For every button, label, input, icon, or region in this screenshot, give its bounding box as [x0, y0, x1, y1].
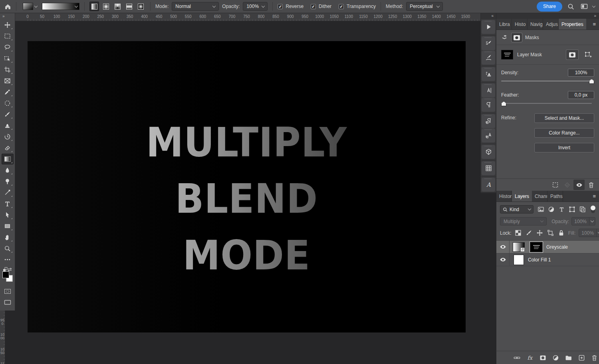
workspace-icon[interactable] — [579, 2, 589, 11]
density-value[interactable]: 100% — [568, 69, 594, 77]
feather-value[interactable]: 0,0 px — [568, 91, 594, 99]
brushes-panel-button[interactable] — [482, 51, 495, 65]
panel-menu-icon[interactable]: ≡ — [589, 191, 599, 202]
disable-mask-button[interactable] — [573, 180, 585, 190]
link-layers-button[interactable] — [512, 353, 522, 362]
gradient-tool[interactable] — [2, 154, 14, 164]
radial-gradient-style-button[interactable] — [101, 2, 111, 11]
layer-opacity-field[interactable]: 100% — [571, 217, 595, 226]
panel-menu-icon[interactable]: ≡ — [589, 19, 599, 30]
frame-tool[interactable] — [2, 75, 14, 86]
new-layer-button[interactable] — [577, 353, 586, 362]
delete-mask-button[interactable] — [585, 180, 597, 190]
layer-fill-field[interactable]: 100% — [579, 229, 599, 237]
lock-position[interactable] — [536, 229, 543, 237]
layer-thumbnail[interactable] — [514, 255, 524, 265]
add-mask-button[interactable] — [538, 353, 547, 362]
share-button[interactable]: Share — [537, 2, 562, 12]
density-slider-thumb[interactable] — [589, 79, 594, 84]
filter-adjustment-layers[interactable] — [547, 205, 555, 214]
eraser-tool[interactable] — [2, 142, 14, 153]
home-icon[interactable] — [4, 3, 11, 10]
method-dropdown[interactable]: Perceptual — [406, 2, 443, 11]
dock-collapse-button[interactable]: « — [481, 13, 496, 19]
layer-mask-thumbnail[interactable] — [530, 242, 542, 252]
layer-style-button[interactable]: fx — [525, 353, 534, 362]
layer-row[interactable]: Greyscale — [496, 241, 599, 253]
blend-mode-dropdown[interactable]: Multiply — [500, 217, 547, 226]
visibility-cell[interactable] — [496, 253, 510, 266]
add-vector-mask-button[interactable] — [582, 50, 594, 59]
blur-tool[interactable] — [2, 165, 14, 176]
lasso-tool[interactable] — [2, 42, 14, 53]
dither-checkbox[interactable]: ✓ Dither — [311, 4, 331, 9]
layer-row[interactable]: Color Fill 1 — [496, 253, 599, 266]
search-icon[interactable] — [565, 2, 576, 11]
color-range-button[interactable]: Color Range... — [534, 128, 594, 138]
pixel-layers-icon[interactable] — [501, 34, 508, 41]
filter-smart-objects[interactable] — [578, 205, 587, 214]
select-and-mask-button[interactable]: Select and Mask... — [534, 113, 594, 123]
horizontal-ruler[interactable]: 5005010015020025030035040045050055060065… — [15, 13, 480, 21]
rectangular-marquee-tool[interactable] — [2, 31, 14, 42]
linear-gradient-style-button[interactable] — [89, 2, 99, 11]
tab-histo[interactable]: Histo — [512, 19, 528, 30]
3d-panel-button[interactable] — [482, 145, 495, 159]
edit-toolbar[interactable] — [2, 254, 14, 265]
invert-button[interactable]: Invert — [534, 143, 594, 152]
zoom-tool[interactable] — [2, 243, 14, 254]
add-adjustment-button[interactable] — [551, 353, 560, 362]
lock-all[interactable] — [558, 229, 565, 237]
type-tool[interactable] — [2, 198, 14, 209]
feather-slider-thumb[interactable] — [501, 101, 506, 106]
filter-pixel-layers[interactable] — [536, 205, 545, 214]
tab-properties[interactable]: Properties — [559, 19, 586, 30]
angle-gradient-style-button[interactable] — [113, 2, 122, 11]
tab-history[interactable]: History — [496, 191, 512, 202]
tab-paths[interactable]: Paths — [547, 191, 563, 202]
character-styles-panel-button[interactable] — [482, 129, 495, 142]
brush-settings-panel-button[interactable] — [482, 36, 495, 50]
new-group-button[interactable] — [564, 353, 573, 362]
tab-libra[interactable]: Libra — [496, 19, 512, 30]
clone-stamp-tool[interactable] — [2, 120, 14, 131]
healing-brush-tool[interactable] — [2, 98, 14, 109]
filter-shape-layers[interactable] — [567, 205, 576, 214]
foreground-color-swatch[interactable] — [2, 271, 9, 278]
tab-layers[interactable]: Layers — [512, 191, 532, 202]
transparency-checkbox[interactable]: ✓ Transparency — [339, 4, 376, 9]
paragraph-panel-button[interactable] — [482, 98, 495, 112]
apply-mask-button[interactable] — [561, 180, 573, 190]
feather-slider[interactable] — [501, 101, 594, 108]
panel-collapse-button[interactable]: » — [496, 13, 599, 19]
filter-kind-dropdown[interactable]: Kind — [500, 205, 534, 214]
lock-artboard[interactable] — [547, 229, 554, 237]
visibility-cell[interactable] — [496, 241, 510, 253]
paragraph-styles-panel-button[interactable] — [482, 114, 495, 128]
move-tool[interactable] — [2, 20, 14, 30]
filter-toggle[interactable] — [591, 205, 595, 214]
pen-tool[interactable] — [2, 187, 14, 198]
clone-source-panel-button[interactable] — [482, 67, 495, 81]
select-layer-mask-button[interactable] — [566, 50, 578, 59]
mask-properties-button[interactable] — [512, 33, 522, 42]
diamond-gradient-style-button[interactable] — [136, 2, 145, 11]
tab-channels[interactable]: Channels — [532, 191, 547, 202]
layer-mask-thumbnail[interactable] — [501, 50, 513, 59]
reflected-gradient-style-button[interactable] — [124, 2, 134, 11]
patterns-panel-button[interactable] — [482, 161, 495, 175]
gradient-preset-picker[interactable] — [21, 2, 39, 11]
document-canvas[interactable]: MULTIPLYBLENDMODE — [28, 41, 466, 332]
density-slider[interactable] — [501, 79, 594, 85]
reverse-checkbox[interactable]: ✓ Reverse — [278, 4, 303, 9]
actions-panel-button[interactable] — [482, 20, 495, 34]
character-panel-button[interactable] — [482, 83, 495, 97]
toolbar-expand-button[interactable]: » — [0, 13, 15, 20]
gradient-editor[interactable] — [42, 3, 79, 10]
tab-navig[interactable]: Navig — [528, 19, 543, 30]
path-selection-tool[interactable] — [2, 210, 14, 220]
tab-adjus[interactable]: Adjus — [543, 19, 559, 30]
load-mask-selection-button[interactable] — [549, 180, 561, 190]
mode-dropdown[interactable]: Normal — [172, 2, 219, 11]
eyedropper-tool[interactable] — [2, 87, 14, 97]
